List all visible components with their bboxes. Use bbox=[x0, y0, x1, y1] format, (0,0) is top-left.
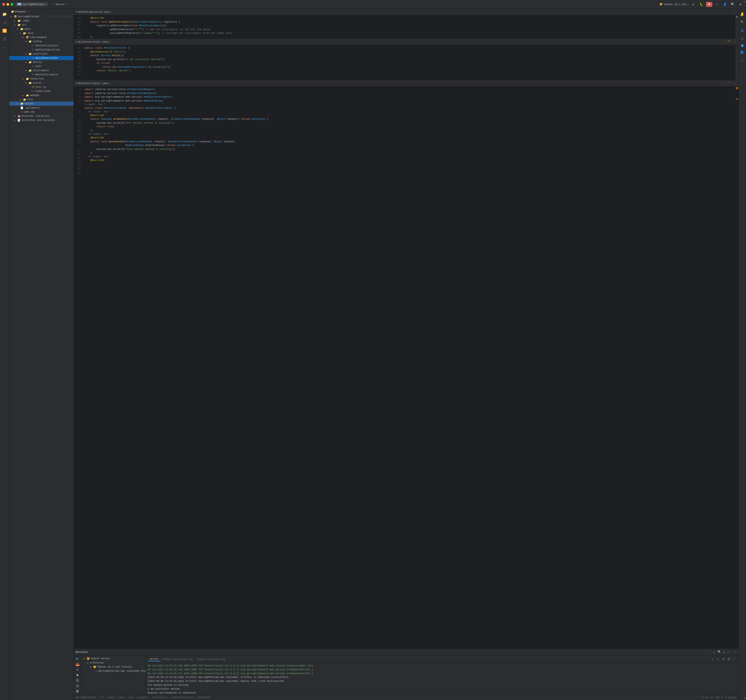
services-up-button[interactable]: ↑ bbox=[707, 650, 711, 654]
tree-item-springmvcstudy[interactable]: ▾ 📦 SpringMVCStudy ~/Desktop/CS/JavaEl bbox=[9, 15, 74, 19]
tree-item-pomxml[interactable]: m pom.xml bbox=[9, 110, 74, 114]
breadcrumb-src[interactable]: src bbox=[100, 696, 105, 699]
breadcrumb-maininterceptor[interactable]: MainInterceptor bbox=[172, 696, 194, 699]
services-print-icon[interactable]: 🖨 bbox=[74, 683, 81, 688]
tree-item-maininitializer[interactable]: C MainInitializer bbox=[9, 44, 74, 48]
more-actions-button[interactable]: ⋯ bbox=[732, 40, 737, 44]
clear-button[interactable]: 🗑 bbox=[726, 657, 731, 661]
services-deploy-icon[interactable]: 📤 bbox=[74, 662, 81, 667]
artifact-item[interactable]: ✓ SpringMVCStudy:war exploded [Synchroni… bbox=[82, 669, 145, 673]
line-ending[interactable]: LF bbox=[710, 696, 713, 699]
profile-button[interactable]: 👤 bbox=[722, 2, 728, 7]
more-button[interactable]: ⋯ bbox=[714, 2, 720, 7]
tree-item-controller[interactable]: ▾ 📁 controller bbox=[9, 52, 74, 56]
tree-item-idea[interactable]: ▸ 📁 .idea bbox=[9, 19, 74, 23]
branch-selector[interactable]: ⎇ master ▾ bbox=[50, 2, 69, 6]
hellocontroller-close[interactable]: ✕ bbox=[109, 41, 111, 43]
webconfiguration-close[interactable]: ✕ bbox=[111, 11, 112, 14]
tree-item-java[interactable]: ▾ 📂 java bbox=[9, 31, 74, 35]
indent-settings[interactable]: 4 spaces bbox=[725, 696, 737, 699]
tree-item-webconfiguration[interactable]: C WebConfiguration bbox=[9, 48, 74, 52]
services-filter-button[interactable]: 🔍 bbox=[717, 650, 722, 654]
run-button[interactable]: ▶ bbox=[690, 2, 697, 7]
tomcat-server-item[interactable]: ▾ 🐱 Tomcat Server bbox=[82, 656, 145, 661]
tree-item-webapp[interactable]: ▸ 📁 webapp bbox=[9, 93, 74, 98]
tree-item-main[interactable]: ▾ 📁 main bbox=[9, 27, 74, 31]
tree-item-ext-libraries[interactable]: ▸ 📚 External Libraries bbox=[9, 114, 74, 118]
server-icon: 🐱 bbox=[87, 657, 90, 660]
breadcrumb-prehandle[interactable]: preHandle bbox=[198, 696, 211, 699]
breadcrumb-java[interactable]: java bbox=[119, 696, 125, 699]
services-trash-icon[interactable]: 🗑 bbox=[74, 689, 81, 694]
debug-button[interactable]: 🐛 bbox=[698, 2, 704, 7]
webconfiguration-tab-label[interactable]: WebConfiguration.java bbox=[78, 11, 110, 14]
more-actions-button[interactable]: ⋯ bbox=[732, 81, 737, 86]
server-tab[interactable]: Server bbox=[148, 657, 161, 661]
breadcrumb-main[interactable]: main bbox=[109, 696, 114, 699]
structure-button[interactable]: ☰ bbox=[1, 36, 8, 43]
maininterceptor-close[interactable]: ✕ bbox=[109, 82, 111, 85]
project-selector[interactable]: SM SpringMVCStudy ▾ bbox=[15, 2, 48, 6]
stop-button[interactable]: ■ bbox=[706, 2, 712, 7]
tree-item-entity[interactable]: ▾ 📁 entity bbox=[9, 60, 74, 64]
git-button[interactable]: 🔀 bbox=[1, 27, 8, 35]
tree-item-user[interactable]: C User bbox=[9, 64, 74, 68]
services-list-icon[interactable]: ☰ bbox=[74, 678, 81, 683]
search-button[interactable]: 🔍 bbox=[729, 2, 736, 7]
tree-item-hellocontroller[interactable]: C HelloController bbox=[9, 56, 74, 60]
hellocontroller-tab-label[interactable]: HelloController.java bbox=[78, 41, 108, 43]
pause-button[interactable]: ⏸ bbox=[716, 657, 720, 661]
vcs-button[interactable]: ⎇ bbox=[1, 19, 8, 26]
services-add-button[interactable]: + bbox=[727, 650, 732, 654]
maininterceptor-tab-label[interactable]: MainInterceptor.java bbox=[78, 82, 108, 85]
tree-item-static[interactable]: ▾ 📁 static bbox=[9, 81, 74, 85]
tree-item-scratches[interactable]: ▸ 📝 Scratches and Consoles bbox=[9, 118, 74, 122]
spacer bbox=[27, 48, 30, 51]
services-tomcat-icon[interactable]: ▶ bbox=[74, 656, 81, 661]
services-stop-icon[interactable]: ■ bbox=[74, 673, 81, 677]
tomcat-local-item[interactable]: ▾ 🐱 Tomcat 10.1.232 [local] bbox=[82, 665, 145, 669]
breadcrumb-com[interactable]: com bbox=[129, 696, 133, 699]
breadcrumb-example[interactable]: example bbox=[137, 696, 147, 699]
services-more-button[interactable]: ⋯ bbox=[732, 650, 737, 654]
running-item[interactable]: ▾ ▶ Running bbox=[82, 661, 145, 665]
stop-log-button[interactable]: ■ bbox=[721, 657, 726, 661]
code-lines[interactable]: @Override public void addInterceptors(In… bbox=[83, 15, 735, 39]
tree-item-config[interactable]: ▾ 📁 config bbox=[9, 39, 74, 44]
localhost-log-tab[interactable]: Tomcat Localhost Log bbox=[161, 657, 195, 661]
code-lines[interactable]: import jakarta.servlet.http.HttpServletR… bbox=[83, 87, 735, 648]
catalina-log-tab[interactable]: Tomcat Catalina Log bbox=[195, 657, 227, 661]
minimize-button[interactable] bbox=[6, 3, 9, 6]
class-icon: C bbox=[31, 56, 35, 60]
tree-item-test[interactable]: ▸ 📁 test bbox=[9, 98, 74, 102]
tree-item-interceptor[interactable]: ▾ 📁 interceptor bbox=[9, 68, 74, 72]
refresh-button[interactable]: ↺ bbox=[710, 657, 715, 661]
maximize-button[interactable] bbox=[11, 3, 14, 6]
services-close-button[interactable]: ✕ bbox=[712, 650, 716, 654]
project-view-button[interactable]: 📁 bbox=[1, 11, 8, 18]
code-lines[interactable]: public class HelloController { @GetMappi… bbox=[83, 45, 735, 80]
tree-item-target[interactable]: ▸ 📁 target bbox=[9, 102, 74, 106]
tree-item-indexhtml[interactable]: </> index.html bbox=[9, 89, 74, 93]
more-tools-button[interactable]: ⋯ bbox=[1, 44, 8, 51]
sidebar-header[interactable]: 📁 Project ▾ bbox=[9, 9, 74, 15]
more-log-button[interactable]: ⋯ bbox=[732, 657, 737, 661]
settings-button[interactable]: ⚙ bbox=[737, 2, 744, 7]
close-button[interactable] bbox=[2, 3, 5, 6]
tree-item-maininterceptor[interactable]: C MainInterceptor bbox=[9, 72, 74, 77]
tree-item-testjs[interactable]: JS test.js bbox=[9, 85, 74, 89]
branch-name: master bbox=[56, 3, 65, 6]
services-restart-icon[interactable]: ↺ bbox=[74, 667, 81, 672]
services-run-button[interactable]: ▶ bbox=[722, 650, 726, 654]
tree-item-comexample[interactable]: ▾ 📦 com.example bbox=[9, 35, 74, 39]
tomcat-selector[interactable]: 🐱 Tomcat 10.1.232 ▾ bbox=[659, 3, 689, 6]
more-actions-button[interactable]: ⋯ bbox=[732, 10, 737, 14]
line-col[interactable]: 12:20 bbox=[701, 696, 708, 699]
encoding[interactable]: UTF-8 bbox=[716, 696, 723, 699]
tree-label: static bbox=[33, 81, 72, 84]
tree-item-gitignore[interactable]: 📄 .gitignore bbox=[9, 106, 74, 110]
tree-item-resources[interactable]: ▾ 📁 resources bbox=[9, 77, 74, 81]
tree-item-src[interactable]: ▾ 📁 src bbox=[9, 23, 74, 27]
breadcrumb-springmvcstudy[interactable]: SpringMVCStudy bbox=[75, 696, 96, 699]
breadcrumb-interceptor[interactable]: interceptor bbox=[152, 696, 167, 699]
